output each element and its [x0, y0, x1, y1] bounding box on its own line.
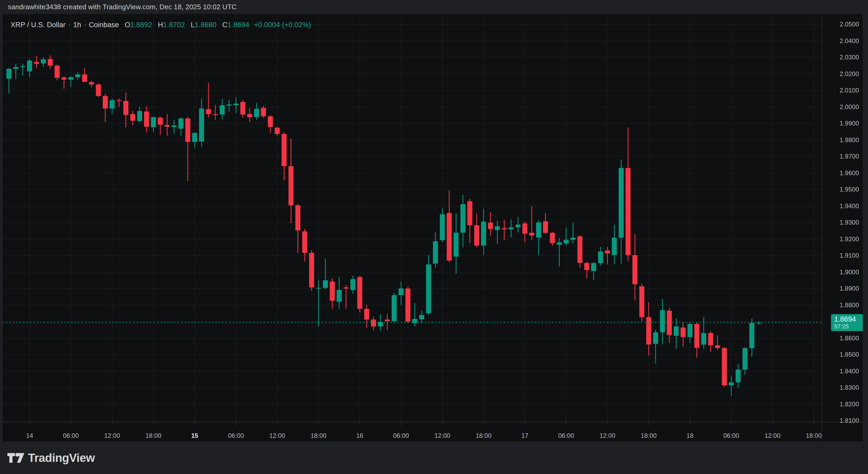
candle-body: [529, 233, 534, 236]
interval-value: 1h: [73, 21, 81, 29]
candle-body: [715, 345, 720, 348]
candle-body: [653, 332, 658, 344]
candle-body: [591, 263, 596, 271]
open-group: O1.8692: [125, 21, 152, 29]
exchange-name: Coinbase: [89, 21, 119, 29]
candle-wick: [119, 98, 119, 107]
candle-body: [625, 168, 630, 255]
candle-wick: [731, 376, 732, 396]
candle-body: [261, 108, 266, 116]
candle-body: [240, 102, 245, 115]
tradingview-snapshot: sandrawhite3438 created with TradingView…: [0, 0, 868, 474]
candle-body: [584, 263, 589, 270]
candle-body: [13, 67, 18, 69]
candle-body: [749, 323, 754, 348]
candle-body: [82, 75, 87, 82]
price-tick-label: 1.9700: [817, 153, 859, 159]
time-tick-label: 12:00: [434, 433, 450, 439]
candle-body: [288, 166, 293, 205]
right-gutter: [863, 14, 868, 442]
chart-card: XRP / U.S. Dollar · 1h · Coinbase O1.869…: [3, 14, 863, 442]
close-value: 1.8694: [227, 21, 249, 29]
candle-body: [323, 280, 328, 288]
price-tick-label: 1.9500: [817, 186, 859, 192]
candle-body: [34, 62, 39, 64]
candle-body: [708, 333, 713, 345]
low-label: L: [191, 21, 195, 29]
candle-body: [41, 59, 46, 64]
candle-body: [433, 241, 438, 263]
candle-body: [543, 221, 548, 233]
candle-body: [172, 125, 177, 127]
candle-body: [247, 114, 252, 117]
high-value: 1.8702: [163, 21, 185, 29]
candle-body: [508, 227, 514, 229]
price-tick-label: 1.8500: [817, 351, 859, 358]
price-tick-label: 1.9200: [817, 236, 859, 242]
candle-wick: [504, 220, 504, 240]
candle-body: [674, 327, 679, 336]
candle-body: [199, 109, 204, 142]
price-tick-label: 1.9800: [817, 137, 859, 143]
candle-body: [89, 82, 94, 85]
candle-wick: [229, 100, 229, 112]
legend-separator: ·: [68, 21, 70, 29]
candle-body: [688, 324, 692, 337]
candle-body: [220, 105, 225, 114]
current-price-value: 1.8694: [834, 315, 863, 323]
time-tick-label: 06:00: [393, 433, 409, 439]
candle-body: [20, 66, 25, 67]
candle-body: [27, 61, 32, 71]
candle-body: [660, 310, 665, 332]
candle-body: [680, 328, 685, 337]
candle-wick: [607, 247, 608, 265]
candle-body: [185, 118, 190, 142]
candlestick-chart[interactable]: [3, 14, 863, 442]
price-tick-label: 1.8800: [817, 302, 859, 308]
candle-body: [282, 134, 287, 166]
price-tick-label: 2.0500: [817, 21, 859, 28]
candle-wick: [318, 280, 319, 327]
price-tick-label: 2.0300: [817, 54, 859, 60]
time-tick-label: 17: [521, 433, 529, 439]
candle-body: [515, 225, 520, 227]
candle-body: [743, 348, 748, 369]
candle-body: [117, 100, 122, 101]
candle-body: [227, 105, 232, 106]
candle-body: [639, 287, 644, 317]
candle-wick: [22, 64, 23, 76]
candle-body: [234, 103, 239, 105]
price-tick-label: 2.0400: [817, 38, 859, 44]
candle-body: [488, 223, 493, 229]
time-tick-label: 06:00: [228, 433, 244, 439]
candle-body: [646, 317, 651, 345]
price-tick-label: 1.9600: [817, 170, 859, 176]
candle-body: [110, 100, 115, 109]
candle-body: [75, 75, 80, 77]
bar-countdown: 57:25: [834, 323, 863, 330]
candle-body: [426, 265, 431, 313]
candle-body: [729, 382, 734, 385]
candle-body: [330, 282, 335, 301]
price-tick-label: 1.9900: [817, 120, 859, 126]
time-tick-label: 06:00: [63, 433, 79, 439]
tradingview-logo[interactable]: TradingView: [7, 451, 95, 465]
symbol-title: XRP / U.S. Dollar: [10, 21, 65, 29]
time-tick-label: 18: [686, 433, 694, 439]
time-tick-label: 12:00: [104, 433, 120, 439]
candle-body: [192, 133, 197, 142]
time-tick-label: 15: [191, 433, 198, 439]
candle-body: [557, 242, 562, 245]
symbol-legend[interactable]: XRP / U.S. Dollar · 1h · Coinbase O1.869…: [10, 21, 311, 29]
candle-body: [48, 59, 53, 65]
price-tick-label: 1.8100: [817, 417, 859, 424]
candle-body: [268, 116, 273, 127]
price-tick-label: 1.8600: [817, 335, 859, 342]
candle-body: [358, 277, 363, 309]
price-tick-label: 2.0100: [817, 87, 859, 93]
candle-body: [151, 117, 156, 127]
candle-body: [337, 290, 342, 302]
time-tick-label: 18:00: [311, 433, 327, 439]
candle-body: [440, 214, 445, 240]
candle-wick: [387, 314, 388, 330]
